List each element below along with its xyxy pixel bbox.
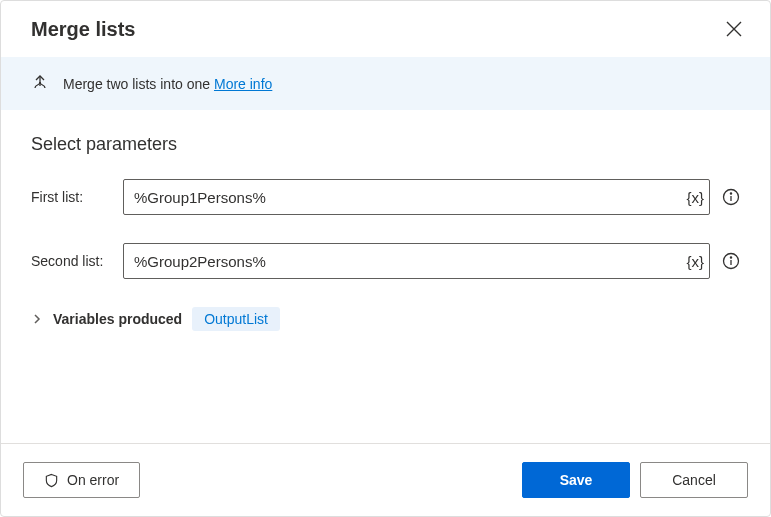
- info-icon: [722, 188, 740, 206]
- on-error-label: On error: [67, 472, 119, 488]
- variables-produced-label: Variables produced: [53, 311, 182, 327]
- svg-point-2: [730, 193, 731, 194]
- section-title: Select parameters: [31, 134, 740, 155]
- dialog-title: Merge lists: [31, 18, 135, 41]
- shield-icon: [44, 473, 59, 488]
- footer-actions: Save Cancel: [522, 462, 748, 498]
- banner-message: Merge two lists into one: [63, 76, 210, 92]
- info-icon: [722, 252, 740, 270]
- second-list-input[interactable]: [123, 243, 710, 279]
- svg-point-5: [730, 257, 731, 258]
- first-list-label: First list:: [31, 189, 115, 205]
- chevron-right-icon: [31, 313, 43, 325]
- more-info-link[interactable]: More info: [214, 76, 272, 92]
- first-list-row: First list: {x}: [31, 179, 740, 215]
- banner-text: Merge two lists into one More info: [63, 76, 272, 92]
- info-button[interactable]: [722, 252, 740, 270]
- info-button[interactable]: [722, 188, 740, 206]
- first-list-input[interactable]: [123, 179, 710, 215]
- output-variable-pill[interactable]: OutputList: [192, 307, 280, 331]
- cancel-button[interactable]: Cancel: [640, 462, 748, 498]
- first-list-input-wrap: {x}: [123, 179, 710, 215]
- on-error-button[interactable]: On error: [23, 462, 140, 498]
- close-icon: [726, 21, 742, 37]
- second-list-row: Second list: {x}: [31, 243, 740, 279]
- dialog-footer: On error Save Cancel: [1, 443, 770, 516]
- variables-produced-row: Variables produced OutputList: [31, 307, 740, 331]
- merge-icon: [31, 73, 49, 94]
- merge-lists-dialog: Merge lists Merge two lists into one Mor…: [0, 0, 771, 517]
- second-list-label: Second list:: [31, 253, 115, 269]
- close-button[interactable]: [720, 15, 748, 43]
- dialog-header: Merge lists: [1, 1, 770, 57]
- second-list-input-wrap: {x}: [123, 243, 710, 279]
- dialog-content: Select parameters First list: {x} Second…: [1, 110, 770, 443]
- save-button[interactable]: Save: [522, 462, 630, 498]
- variable-picker-button[interactable]: {x}: [686, 189, 704, 206]
- variable-picker-button[interactable]: {x}: [686, 253, 704, 270]
- info-banner: Merge two lists into one More info: [1, 57, 770, 110]
- expand-toggle[interactable]: [31, 313, 43, 325]
